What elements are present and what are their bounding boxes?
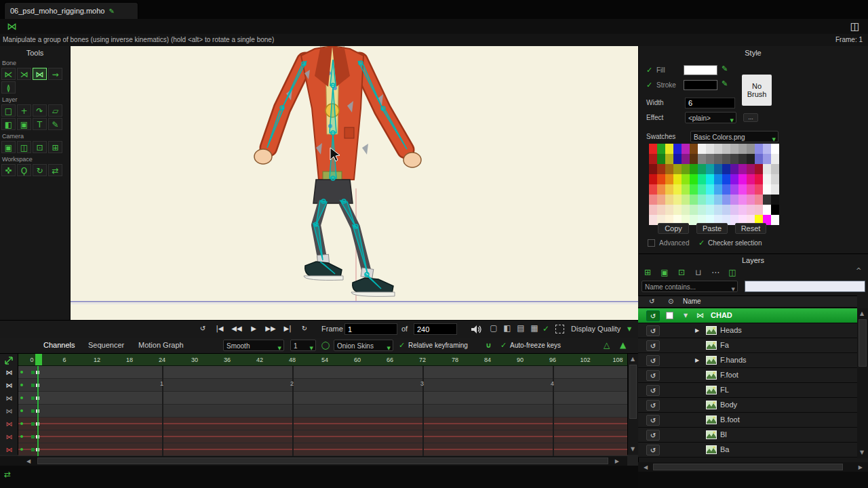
- color-swatch[interactable]: [763, 154, 771, 164]
- color-swatch[interactable]: [722, 174, 730, 184]
- frame-ruler[interactable]: 06121824303642485460667278849096102108: [18, 354, 627, 366]
- color-swatch[interactable]: [682, 164, 690, 174]
- color-swatch[interactable]: [747, 154, 755, 164]
- color-swatch[interactable]: [673, 205, 682, 215]
- color-swatch[interactable]: [698, 164, 706, 174]
- color-swatch[interactable]: [738, 144, 747, 154]
- play-button[interactable]: ▶: [246, 322, 261, 335]
- color-swatch[interactable]: [657, 184, 665, 195]
- width-input[interactable]: [685, 98, 735, 108]
- speaker-icon[interactable]: [471, 325, 483, 334]
- color-swatch[interactable]: [682, 174, 690, 184]
- reparent-bone-icon[interactable]: ⇝: [48, 68, 62, 80]
- color-swatch[interactable]: [682, 144, 690, 154]
- track-channel-icon[interactable]: ⋈: [0, 405, 18, 418]
- color-swatch[interactable]: [730, 184, 738, 195]
- color-swatch[interactable]: [771, 154, 779, 164]
- color-swatch[interactable]: [738, 154, 747, 164]
- color-swatch[interactable]: [665, 154, 673, 164]
- layer-row[interactable]: ↺B.foot: [638, 413, 857, 428]
- collapse-panel-icon[interactable]: ^: [856, 267, 861, 274]
- scroll-left-icon[interactable]: ◀: [26, 458, 31, 464]
- color-swatch[interactable]: [747, 164, 755, 174]
- color-swatch[interactable]: [665, 174, 673, 184]
- color-swatch[interactable]: [755, 205, 763, 215]
- layer-expand-arrow[interactable]: ▼: [684, 312, 688, 319]
- library-book-icon[interactable]: ◫: [850, 20, 860, 33]
- layer-checkbox[interactable]: [666, 312, 673, 319]
- layer-visibility-toggle[interactable]: ↺: [646, 325, 660, 336]
- color-swatch[interactable]: [771, 215, 779, 225]
- color-swatch[interactable]: [738, 184, 747, 195]
- color-swatch[interactable]: [657, 164, 665, 174]
- rotate-workspace-icon[interactable]: ↻: [33, 164, 47, 176]
- bone-strength-icon[interactable]: ≬: [1, 81, 16, 94]
- color-swatch[interactable]: [698, 195, 706, 205]
- track-channel-icon[interactable]: ⋈: [0, 430, 18, 443]
- color-swatch[interactable]: [673, 154, 682, 164]
- color-swatch[interactable]: [747, 174, 755, 184]
- scroll-right-icon[interactable]: ▶: [859, 464, 863, 470]
- timeline-horizontal-scrollbar[interactable]: ◀ ▶: [18, 456, 627, 466]
- scroll-down-icon[interactable]: ▼: [631, 446, 635, 452]
- color-swatch[interactable]: [714, 144, 722, 154]
- color-swatch[interactable]: [673, 195, 682, 205]
- swatches-dropdown[interactable]: Basic Colors.png ▼: [690, 131, 778, 142]
- color-swatch[interactable]: [722, 205, 730, 215]
- track-channel-icon[interactable]: ⋈: [0, 443, 18, 456]
- pan-tilt-camera-icon[interactable]: ⊞: [48, 141, 62, 153]
- timeline-track[interactable]: [18, 405, 627, 418]
- color-swatch[interactable]: [755, 144, 763, 154]
- color-swatch[interactable]: [755, 184, 763, 195]
- scroll-up-icon[interactable]: ▲: [860, 310, 864, 317]
- color-swatch[interactable]: [763, 164, 771, 174]
- color-swatch[interactable]: [730, 164, 738, 174]
- color-swatch[interactable]: [714, 184, 722, 195]
- color-swatch[interactable]: [747, 144, 755, 154]
- timeline-track[interactable]: [18, 430, 627, 443]
- select-bone-icon[interactable]: ⋉: [1, 68, 16, 80]
- color-swatch[interactable]: [657, 195, 665, 205]
- select-display-region-icon[interactable]: [555, 325, 564, 333]
- color-swatch[interactable]: [698, 144, 706, 154]
- layer-selector-icon[interactable]: ▣: [17, 118, 31, 130]
- roll-camera-icon[interactable]: ⊡: [33, 141, 47, 153]
- color-swatch[interactable]: [722, 154, 730, 164]
- copy-style-button[interactable]: Copy: [658, 223, 689, 234]
- layer-row[interactable]: ↺▶Heads: [638, 323, 857, 338]
- color-swatch[interactable]: [714, 174, 722, 184]
- color-swatch[interactable]: [706, 164, 714, 174]
- loop-end-button[interactable]: ↻: [297, 322, 312, 335]
- color-swatch[interactable]: [706, 205, 714, 215]
- color-swatch[interactable]: [747, 184, 755, 195]
- layers-scrollbar[interactable]: ▲ ▼: [857, 308, 868, 458]
- track-channel-icon[interactable]: ⋈: [0, 366, 18, 379]
- checker-selection-checkbox[interactable]: ✓: [698, 239, 705, 247]
- timeline-vertical-scrollbar[interactable]: ▲ ▼: [627, 354, 638, 455]
- color-swatch[interactable]: [698, 154, 706, 164]
- color-swatch[interactable]: [738, 205, 747, 215]
- color-swatch[interactable]: [682, 154, 690, 164]
- color-swatch[interactable]: [690, 154, 698, 164]
- keyframe-marker[interactable]: [31, 448, 35, 451]
- delete-layer-button[interactable]: ⊔: [692, 267, 705, 278]
- color-swatch[interactable]: [657, 144, 665, 154]
- keyframe-marker[interactable]: [31, 409, 35, 413]
- reset-style-button[interactable]: Reset: [735, 223, 766, 234]
- text-tool-icon[interactable]: T: [33, 118, 47, 130]
- color-swatch[interactable]: [730, 154, 738, 164]
- color-swatch[interactable]: [706, 195, 714, 205]
- keyframe-shield-icon[interactable]: ∪: [486, 341, 492, 350]
- onion-skins-dropdown[interactable]: Onion Skins ▼: [334, 340, 393, 351]
- color-swatch[interactable]: [665, 184, 673, 195]
- color-swatch[interactable]: [649, 205, 657, 215]
- zoom-camera-icon[interactable]: ◫: [17, 141, 31, 153]
- translate-bone-icon[interactable]: ⋊: [17, 68, 31, 80]
- display-textured-icon[interactable]: ▦: [529, 322, 540, 335]
- zoom-workspace-icon[interactable]: Ϙ: [17, 164, 31, 176]
- color-swatch[interactable]: [730, 144, 738, 154]
- keyframe-marker[interactable]: [31, 422, 35, 426]
- layer-expand-arrow[interactable]: ▶: [695, 357, 699, 363]
- track-channel-icon[interactable]: ⋈: [0, 379, 18, 392]
- layer-expand-arrow[interactable]: ▶: [695, 327, 699, 333]
